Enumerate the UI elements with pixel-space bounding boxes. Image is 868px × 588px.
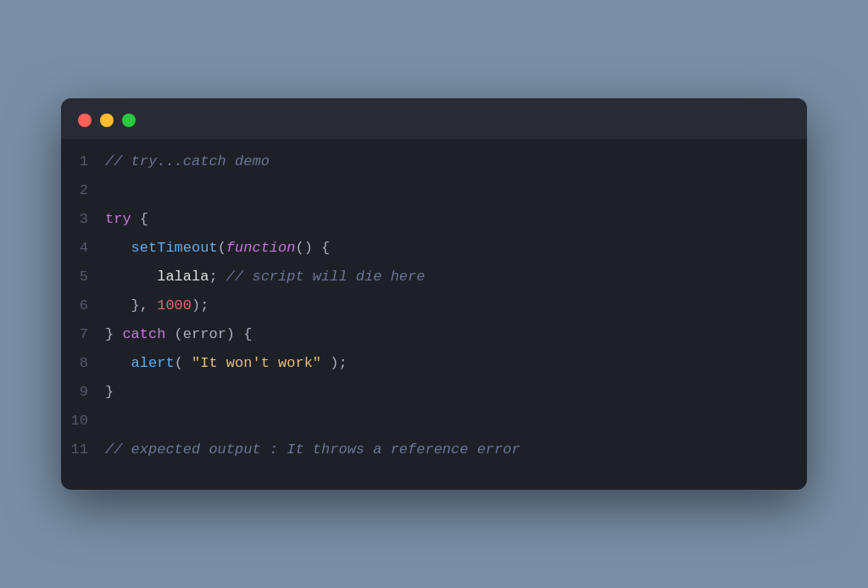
token-fn-name: alert — [105, 355, 175, 371]
token-comment: // script will die here — [226, 269, 426, 285]
token-punc: } — [105, 384, 114, 400]
token-punc: ; — [209, 269, 225, 285]
code-line: 6 }, 1000); — [61, 291, 807, 320]
line-number: 8 — [61, 352, 105, 375]
token-punc: ( — [218, 240, 226, 256]
token-comment: // expected output : It throws a referen… — [105, 441, 520, 458]
close-button[interactable] — [78, 114, 92, 127]
token-num: 1000 — [157, 297, 192, 313]
token-punc: }, — [105, 297, 157, 313]
line-code: }, 1000); — [105, 294, 209, 318]
line-code: } — [105, 380, 114, 404]
code-line: 5 lalala; // script will die here — [61, 263, 807, 291]
code-line: 11// expected output : It throws a refer… — [61, 435, 807, 464]
code-line: 2 — [61, 176, 807, 205]
line-number: 4 — [61, 236, 105, 260]
line-number: 3 — [61, 208, 105, 231]
code-line: 3try { — [61, 205, 807, 234]
line-code: // try...catch demo — [105, 150, 270, 174]
token-str: "It won't work" — [192, 355, 321, 371]
minimize-button[interactable] — [100, 114, 114, 127]
line-code: alert( "It won't work" ); — [105, 352, 348, 375]
token-punc: } — [105, 326, 122, 342]
token-punc: ); — [321, 355, 348, 371]
code-line: 4 setTimeout(function() { — [61, 234, 807, 263]
line-code: lalala; // script will die here — [105, 265, 425, 289]
maximize-button[interactable] — [122, 114, 136, 127]
line-number: 2 — [61, 179, 105, 202]
line-code: } catch (error) { — [105, 323, 252, 347]
token-kw-try: catch — [122, 326, 165, 342]
line-code: setTimeout(function() { — [105, 236, 330, 260]
token-punc: ( — [175, 355, 192, 371]
token-fn-name: setTimeout — [105, 240, 218, 256]
token-punc: (error) { — [165, 326, 252, 342]
code-line: 10 — [61, 407, 807, 435]
code-line: 7} catch (error) { — [61, 320, 807, 349]
code-line: 9} — [61, 378, 807, 407]
code-window: 1// try...catch demo23try {4 setTimeout(… — [61, 98, 807, 491]
line-code: try { — [105, 208, 148, 231]
token-punc: { — [131, 211, 148, 227]
line-number: 10 — [61, 409, 105, 433]
code-line: 8 alert( "It won't work" ); — [61, 349, 807, 378]
line-code: // expected output : It throws a referen… — [105, 438, 520, 462]
token-comment: // try...catch demo — [105, 153, 270, 169]
code-editor: 1// try...catch demo23try {4 setTimeout(… — [61, 139, 807, 491]
line-number: 6 — [61, 294, 105, 318]
code-line: 1// try...catch demo — [61, 147, 807, 176]
token-var-lalala: lalala — [105, 269, 209, 285]
line-number: 1 — [61, 150, 105, 174]
token-kw-try: try — [105, 211, 131, 227]
titlebar — [61, 98, 807, 139]
line-number: 5 — [61, 265, 105, 289]
token-punc: () { — [295, 240, 330, 256]
token-punc: ); — [192, 297, 209, 313]
line-number: 11 — [61, 438, 105, 462]
token-kw-func: function — [226, 240, 296, 256]
line-number: 7 — [61, 323, 105, 347]
line-number: 9 — [61, 380, 105, 404]
